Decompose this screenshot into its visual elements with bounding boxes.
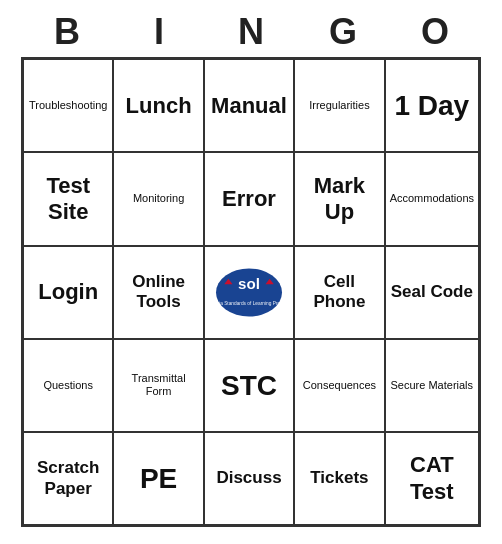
letter-g: G xyxy=(297,10,389,53)
cell-r1c4: Irregularities xyxy=(294,59,384,152)
cell-text-r4c4: Consequences xyxy=(303,379,376,392)
cell-r4c4: Consequences xyxy=(294,339,384,432)
cell-text-r4c2: Transmittal Form xyxy=(118,372,198,398)
cell-r3c3: sol Virginia Standards of Learning Progr… xyxy=(204,246,294,339)
cell-text-r4c3: STC xyxy=(221,369,277,403)
cell-text-r1c4: Irregularities xyxy=(309,99,370,112)
letter-n: N xyxy=(205,10,297,53)
cell-text-r3c1: Login xyxy=(38,279,98,305)
cell-text-r1c1: Troubleshooting xyxy=(29,99,107,112)
cell-r5c2: PE xyxy=(113,432,203,525)
cell-r2c4: Mark Up xyxy=(294,152,384,245)
cell-text-r3c4: Cell Phone xyxy=(299,272,379,313)
cell-text-r2c3: Error xyxy=(222,186,276,212)
cell-text-r5c2: PE xyxy=(140,462,177,496)
letter-i: I xyxy=(113,10,205,53)
cell-r3c5: Seal Code xyxy=(385,246,479,339)
svg-text:sol: sol xyxy=(238,275,260,292)
cell-r3c4: Cell Phone xyxy=(294,246,384,339)
sol-logo-icon: sol Virginia Standards of Learning Progr… xyxy=(214,265,284,320)
cell-r4c2: Transmittal Form xyxy=(113,339,203,432)
cell-r5c4: Tickets xyxy=(294,432,384,525)
cell-r2c1: Test Site xyxy=(23,152,113,245)
bingo-header: B I N G O xyxy=(21,10,481,53)
cell-text-r1c2: Lunch xyxy=(126,93,192,119)
cell-text-r5c4: Tickets xyxy=(310,468,368,488)
cell-r5c1: Scratch Paper xyxy=(23,432,113,525)
svg-text:Virginia Standards of Learning: Virginia Standards of Learning Program xyxy=(214,301,284,306)
cell-text-r5c5: CAT Test xyxy=(390,452,474,505)
cell-text-r3c5: Seal Code xyxy=(391,282,473,302)
cell-r2c5: Accommodations xyxy=(385,152,479,245)
cell-r1c2: Lunch xyxy=(113,59,203,152)
letter-o: O xyxy=(389,10,481,53)
cell-text-r4c1: Questions xyxy=(43,379,93,392)
cell-r4c3: STC xyxy=(204,339,294,432)
cell-r4c1: Questions xyxy=(23,339,113,432)
cell-r3c2: Online Tools xyxy=(113,246,203,339)
cell-text-r2c4: Mark Up xyxy=(299,173,379,226)
cell-text-r4c5: Secure Materials xyxy=(391,379,474,392)
cell-r3c1: Login xyxy=(23,246,113,339)
cell-text-r5c3: Discuss xyxy=(216,468,281,488)
cell-text-r2c5: Accommodations xyxy=(390,192,474,205)
cell-text-r3c2: Online Tools xyxy=(118,272,198,313)
cell-r5c5: CAT Test xyxy=(385,432,479,525)
cell-r2c3: Error xyxy=(204,152,294,245)
letter-b: B xyxy=(21,10,113,53)
cell-text-r5c1: Scratch Paper xyxy=(28,458,108,499)
cell-r4c5: Secure Materials xyxy=(385,339,479,432)
cell-r5c3: Discuss xyxy=(204,432,294,525)
bingo-grid: TroubleshootingLunchManualIrregularities… xyxy=(21,57,481,527)
cell-text-r1c3: Manual xyxy=(211,93,287,119)
cell-text-r1c5: 1 Day xyxy=(394,89,469,123)
cell-r1c3: Manual xyxy=(204,59,294,152)
cell-text-r2c2: Monitoring xyxy=(133,192,184,205)
cell-r1c1: Troubleshooting xyxy=(23,59,113,152)
cell-r2c2: Monitoring xyxy=(113,152,203,245)
cell-text-r2c1: Test Site xyxy=(28,173,108,226)
cell-r1c5: 1 Day xyxy=(385,59,479,152)
